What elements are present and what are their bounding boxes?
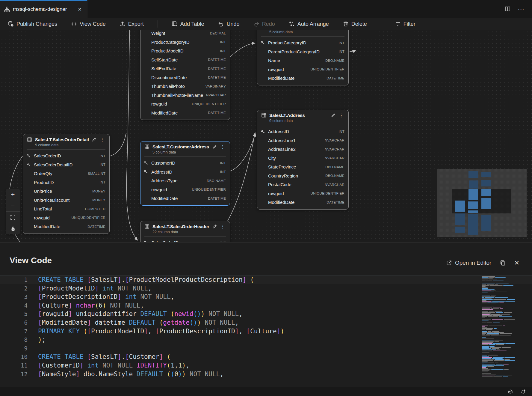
column-row[interactable]: rowguidUNIQUEIDENTIFIER [140,185,230,194]
column-row[interactable]: SalesOrderDetailIDINT [23,160,109,169]
minimap-code-row [482,280,515,280]
column-row[interactable]: ProductModelIDINT [140,46,230,55]
fit-view-button[interactable] [6,212,20,223]
column-row[interactable]: ProductCategoryIDINT [140,38,230,47]
code-line-10[interactable]: 10CREATE TABLE [SalesLT].[Customer] ( [0,353,532,361]
column-row[interactable]: AddressIDINT [257,127,348,136]
column-row[interactable]: ProductIDINT [23,178,109,187]
sql-code-editor[interactable]: 1CREATE TABLE [SalesLT].[ProductModelPro… [0,275,532,381]
publish-changes-button[interactable]: Publish Changes [8,21,57,27]
auto-arrange-button[interactable]: Auto Arrange [289,21,329,27]
column-row[interactable]: rowguidUNIQUEIDENTIFIER [23,213,109,222]
column-name: ModifiedDate [268,76,294,81]
minimap-code-row [482,359,515,360]
code-line-9[interactable]: 9 [0,344,532,353]
code-line-11[interactable]: 11[CustomerID] int NOT NULL IDENTITY(1,1… [0,361,532,370]
code-line-3[interactable]: 3[ProductDescriptionID] int NOT NULL, [0,293,532,301]
open-in-editor-button[interactable]: Open in Editor [446,260,491,266]
column-row[interactable]: rowguidUNIQUEIDENTIFIER [257,189,348,198]
editor-scrollbar[interactable] [517,276,517,377]
export-button[interactable]: Export [120,21,144,27]
column-row[interactable]: ThumbnailPhotoFileNameNVARCHAR [140,91,230,100]
column-row[interactable]: LineTotalCOMPUTED [23,204,109,213]
column-row[interactable]: CustomerIDINT [140,159,230,168]
view-code-button[interactable]: View Code [71,21,106,27]
column-row[interactable]: rowguidUNIQUEIDENTIFIER [257,65,348,74]
column-row[interactable]: DiscontinuedDateDATETIME [140,73,230,82]
column-row[interactable]: UnitPriceDiscountMONEY [23,196,109,205]
code-line-7[interactable]: 7PRIMARY KEY ([ProductModelID], [Product… [0,327,532,336]
tab-mssql-schema-designer[interactable]: mssql-schema-designer ✕ [0,0,87,18]
code-line-12[interactable]: 12[NameStyle] dbo.NameStyle DEFAULT ((0)… [0,370,532,379]
edit-table-icon[interactable] [212,224,217,229]
column-row[interactable]: SellStartDateDATETIME [140,55,230,64]
lock-button[interactable] [6,223,20,234]
table-card-sales-order-header[interactable]: SalesLT.SalesOrderHeader22 column data⋮S… [140,221,230,242]
column-row[interactable]: ModifiedDateDATETIME [23,222,109,231]
code-line-2[interactable]: 2[ProductModelID] int NOT NULL, [0,284,532,293]
column-row[interactable]: WeightDECIMAL [140,30,230,38]
column-row[interactable]: rowguidUNIQUEIDENTIFIER [140,100,230,109]
minimap-code-row [482,339,515,339]
column-row[interactable]: ParentProductCategoryIDINT [257,47,348,56]
edit-table-icon[interactable] [92,137,97,142]
column-row[interactable]: SalesOrderIDINT [140,238,230,242]
code-line-1[interactable]: 1CREATE TABLE [SalesLT].[ProductModelPro… [0,275,532,284]
undo-button[interactable]: Undo [218,21,240,27]
zoom-in-button[interactable]: + [6,189,20,200]
column-row[interactable]: AddressIDINT [140,168,230,177]
schema-canvas[interactable]: ⋮WeightDECIMALProductCategoryIDINTProduc… [0,30,532,242]
table-menu-icon[interactable]: ⋮ [220,224,225,229]
edit-table-icon[interactable] [331,113,336,118]
column-row[interactable]: StateProvinceDBO.NAME [257,162,348,171]
filter-button[interactable]: Filter [395,21,415,27]
table-card-customer-address[interactable]: SalesLT.CustomerAddress5 column data⋮Cus… [140,141,230,206]
copy-icon[interactable] [500,260,506,266]
add-table-button[interactable]: Add Table [172,21,204,27]
code-line-8[interactable]: 8); [0,335,532,344]
canvas-minimap[interactable] [437,169,527,237]
minimap-code-row [482,284,515,284]
column-row[interactable]: ModifiedDateDATETIME [140,194,230,203]
notifications-icon[interactable] [520,389,526,395]
table-card-address[interactable]: SalesLT.Address9 column data⋮AddressIDIN… [257,110,349,210]
column-row[interactable]: AddressLine2NVARCHAR [257,145,348,154]
close-panel-icon[interactable]: ✕ [514,259,519,266]
column-row[interactable]: UnitPriceMONEY [23,187,109,196]
minimap-code-row [482,347,515,348]
table-menu-icon[interactable]: ⋮ [339,113,344,118]
copilot-icon[interactable] [507,389,513,395]
code-minimap[interactable] [482,276,515,378]
column-row[interactable]: PostalCodeNVARCHAR [257,180,348,189]
table-menu-icon[interactable]: ⋮ [220,144,225,150]
column-row[interactable]: ProductCategoryIDINT [257,38,348,47]
code-line-4[interactable]: 4[Culture] nchar(6) NOT NULL, [0,301,532,310]
column-row[interactable]: SalesOrderIDINT [23,151,109,160]
edit-table-icon[interactable] [212,144,217,149]
column-row[interactable]: CityNVARCHAR [257,154,348,163]
split-editor-icon[interactable] [505,6,510,12]
column-row[interactable]: AddressTypeDBO.NAME [140,176,230,185]
code-line-6[interactable]: 6[ModifiedDate] datetime DEFAULT (getdat… [0,318,532,327]
table-card-product[interactable]: ⋮WeightDECIMALProductCategoryIDINTProduc… [140,30,230,120]
column-row[interactable]: ModifiedDateDATETIME [257,198,348,207]
table-card-sales-order-detail[interactable]: SalesLT.SalesOrderDetail9 column data⋮Sa… [23,134,110,234]
column-row[interactable]: ThumbNailPhotoVARBINARY [140,82,230,91]
table-card-product-category[interactable]: 5 column data⋮ProductCategoryIDINTParent… [257,30,349,85]
delete-button[interactable]: Delete [343,21,367,27]
column-row[interactable]: NameDBO.NAME [257,56,348,65]
table-menu-icon[interactable]: ⋮ [100,137,105,142]
column-row[interactable]: ModifiedDateDATETIME [257,74,348,83]
column-row[interactable]: SellEndDateDATETIME [140,64,230,73]
code-line-5[interactable]: 5[rowguid] uniqueidentifier DEFAULT (new… [0,310,532,318]
column-row[interactable]: CountryRegionDBO.NAME [257,171,348,180]
table-card-header: SalesLT.CustomerAddress5 column data⋮ [140,141,230,157]
column-row[interactable]: AddressLine1NVARCHAR [257,136,348,145]
tab-close-icon[interactable]: ✕ [77,6,83,13]
column-row[interactable]: OrderQtySMALLINT [23,169,109,178]
column-row[interactable]: ModifiedDateDATETIME [140,109,230,118]
code-token: ProductDescriptionID [42,293,118,300]
more-actions-icon[interactable]: ⋯ [518,7,525,10]
zoom-out-button[interactable]: − [6,200,20,212]
column-name: ProductCategoryID [151,40,190,45]
